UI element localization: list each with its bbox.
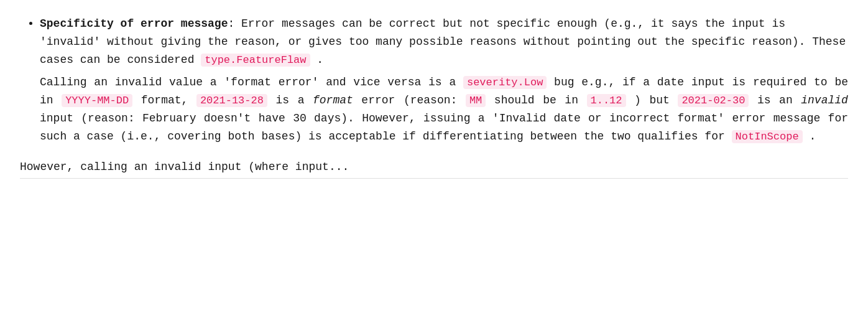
date2-tag: 2021-02-30: [678, 94, 749, 107]
para2-mid8: input (reason: February doesn't have 30 …: [40, 112, 848, 143]
date1-tag: 2021-13-28: [196, 94, 267, 107]
not-in-scope-tag: NotInScope: [732, 130, 803, 143]
bottom-paragraph: However, calling an invalid input (where…: [20, 158, 848, 179]
bullet-term: Specificity of error message: [40, 17, 228, 30]
mm-tag: MM: [466, 94, 486, 107]
para2-mid5: should be in: [494, 94, 578, 106]
paragraph-2: Calling an invalid value a 'format error…: [40, 73, 848, 145]
para2-mid6: ) but: [634, 94, 670, 106]
bullet-list: Specificity of error message: Error mess…: [20, 15, 848, 146]
type-feature-flaw-tag: type.FeatureFlaw: [201, 54, 310, 67]
para2-mid4: error (reason:: [361, 94, 457, 106]
para2-start: Calling an invalid value a 'format error…: [40, 76, 456, 88]
tag1-suffix: .: [310, 54, 324, 66]
severity-low-tag: severity.Low: [463, 76, 547, 89]
italic-invalid: invalid: [801, 94, 848, 106]
para2-mid2: format,: [141, 94, 188, 106]
italic-format: format: [313, 94, 353, 106]
yyyy-mm-dd-tag: YYYY-MM-DD: [62, 94, 132, 107]
para2-mid7: is an: [757, 94, 793, 106]
content-area: Specificity of error message: Error mess…: [20, 15, 848, 179]
list-item: Specificity of error message: Error mess…: [40, 15, 848, 146]
para2-mid3: is a: [275, 94, 304, 106]
para2-end: .: [809, 130, 816, 143]
bottom-line-text: However, calling an invalid input (where…: [20, 161, 349, 173]
range-tag: 1..12: [587, 94, 626, 107]
colon: :: [228, 17, 234, 30]
